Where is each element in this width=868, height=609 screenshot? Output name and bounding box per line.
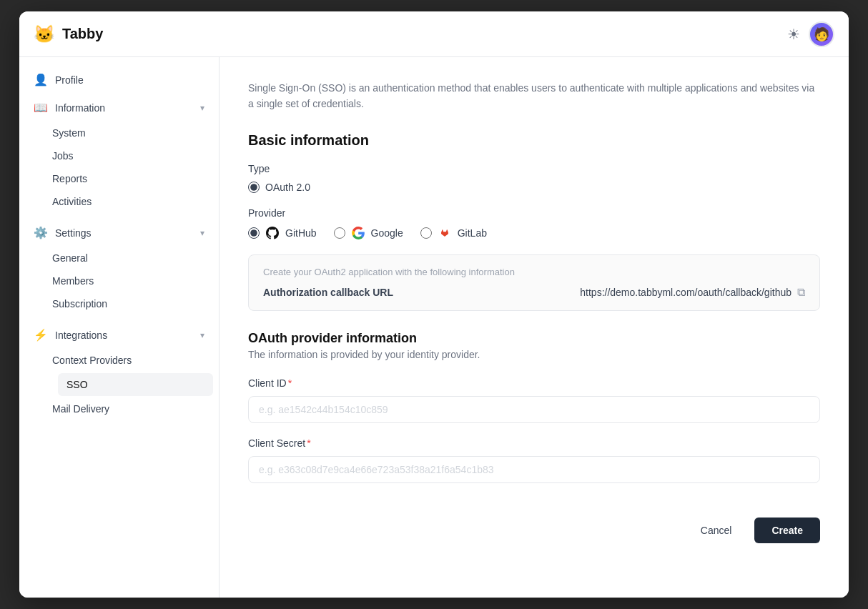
user-avatar[interactable]: 🧑 <box>809 21 834 47</box>
gitlab-icon <box>438 226 452 240</box>
settings-submenu: General Members Subscription <box>19 247 219 315</box>
client-secret-form-group: Client Secret* <box>248 437 820 483</box>
google-label: Google <box>371 227 403 239</box>
callback-label: Authorization callback URL <box>263 287 393 298</box>
theme-toggle-icon[interactable]: ☀ <box>787 26 800 43</box>
cancel-button[interactable]: Cancel <box>686 518 746 543</box>
google-icon <box>351 226 365 240</box>
integrations-chevron-icon: ▾ <box>200 330 204 340</box>
github-option[interactable]: GitHub <box>248 226 317 240</box>
sidebar-item-mail-delivery[interactable]: Mail Delivery <box>52 397 219 420</box>
sidebar-item-subscription[interactable]: Subscription <box>52 292 219 315</box>
copy-icon[interactable]: ⧉ <box>797 286 805 299</box>
google-option[interactable]: Google <box>334 226 403 240</box>
sidebar-item-general[interactable]: General <box>52 247 219 269</box>
callback-box: Create your OAuth2 application with the … <box>248 254 820 311</box>
gitlab-label: GitLab <box>458 227 487 239</box>
settings-chevron-icon: ▾ <box>200 228 204 238</box>
integrations-submenu: Context Providers SSO Mail Delivery <box>19 349 219 420</box>
sidebar-item-system[interactable]: System <box>52 122 219 144</box>
main-layout: 👤 Profile 📖 Information ▾ System Jobs Re… <box>19 57 849 598</box>
type-radio-group: OAuth 2.0 <box>248 182 820 193</box>
sidebar-item-activities[interactable]: Activities <box>52 190 219 213</box>
sidebar-item-reports[interactable]: Reports <box>52 167 219 190</box>
sidebar-item-integrations[interactable]: ⚡ Integrations ▾ <box>19 321 219 349</box>
information-chevron-icon: ▾ <box>200 103 204 113</box>
sidebar-item-context-providers[interactable]: Context Providers <box>52 349 219 372</box>
client-id-input[interactable] <box>248 396 820 423</box>
sidebar-profile-label: Profile <box>55 74 204 86</box>
type-form-group: Type OAuth 2.0 <box>248 163 820 193</box>
sidebar-item-settings[interactable]: ⚙️ Settings ▾ <box>19 219 219 247</box>
information-icon: 📖 <box>34 101 48 114</box>
sso-description: Single Sign-On (SSO) is an authenticatio… <box>248 80 820 112</box>
github-label: GitHub <box>285 227 317 239</box>
logo-area: 🐱 Tabby <box>34 24 234 44</box>
integrations-icon: ⚡ <box>34 328 48 342</box>
settings-icon: ⚙️ <box>34 226 48 239</box>
callback-url-area: https://demo.tabbyml.com/oauth/callback/… <box>580 286 805 299</box>
oauth2-option[interactable]: OAuth 2.0 <box>248 182 310 193</box>
github-icon <box>265 226 280 240</box>
create-button[interactable]: Create <box>754 518 820 543</box>
sidebar-item-members[interactable]: Members <box>52 269 219 292</box>
google-radio[interactable] <box>334 227 345 239</box>
client-id-required-star: * <box>288 377 292 389</box>
sidebar: 👤 Profile 📖 Information ▾ System Jobs Re… <box>19 57 220 598</box>
provider-radio-group: GitHub Google <box>248 226 820 240</box>
provider-label: Provider <box>248 207 820 219</box>
sidebar-item-sso[interactable]: SSO <box>58 373 213 396</box>
client-secret-input[interactable] <box>248 456 820 483</box>
sidebar-integrations-label: Integrations <box>55 330 193 341</box>
oauth-section-title: OAuth provider information <box>248 331 820 346</box>
header: 🐱 Tabby ☀ 🧑 <box>19 11 849 57</box>
sidebar-item-information[interactable]: 📖 Information ▾ <box>19 94 219 122</box>
app-title: Tabby <box>62 26 103 42</box>
footer-actions: Cancel Create <box>248 506 820 543</box>
client-id-label: Client ID* <box>248 377 820 389</box>
oauth2-radio[interactable] <box>248 182 260 193</box>
client-id-form-group: Client ID* <box>248 377 820 423</box>
gitlab-option[interactable]: GitLab <box>420 226 487 240</box>
sidebar-item-profile[interactable]: 👤 Profile <box>19 66 219 94</box>
app-window: 🐱 Tabby ☀ 🧑 👤 Profile 📖 Information ▾ Sy… <box>19 11 849 598</box>
callback-row: Authorization callback URL https://demo.… <box>263 286 805 299</box>
oauth2-label: OAuth 2.0 <box>265 182 310 193</box>
provider-form-group: Provider GitHub <box>248 207 820 240</box>
basic-info-title: Basic information <box>248 132 820 149</box>
client-secret-label: Client Secret* <box>248 437 820 449</box>
sidebar-item-jobs[interactable]: Jobs <box>52 144 219 167</box>
callback-url-text: https://demo.tabbyml.com/oauth/callback/… <box>580 287 791 298</box>
type-label: Type <box>248 163 820 174</box>
gitlab-radio[interactable] <box>420 227 432 239</box>
oauth-section-desc: The information is provided by your iden… <box>248 349 820 360</box>
profile-icon: 👤 <box>34 73 48 86</box>
logo-icon: 🐱 <box>34 24 55 44</box>
sidebar-settings-label: Settings <box>55 227 193 239</box>
content-area: Single Sign-On (SSO) is an authenticatio… <box>220 57 849 598</box>
client-secret-required-star: * <box>307 437 310 449</box>
callback-hint: Create your OAuth2 application with the … <box>263 267 805 277</box>
sidebar-information-label: Information <box>55 102 193 114</box>
header-right: ☀ 🧑 <box>787 21 834 47</box>
github-radio[interactable] <box>248 227 260 239</box>
information-submenu: System Jobs Reports Activities <box>19 122 219 213</box>
